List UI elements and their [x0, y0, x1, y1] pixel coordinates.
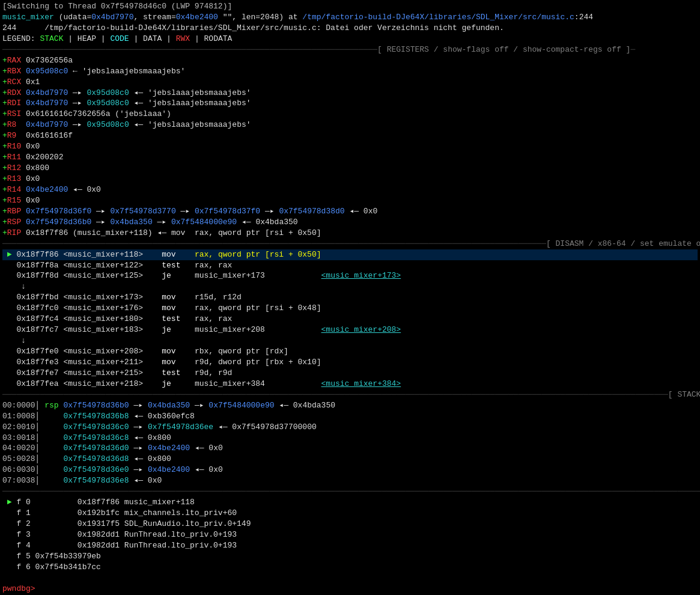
music-mixer-line: music_mixer (udata=0x4bd7970, stream=0x4… [2, 12, 698, 23]
bt-line-1: f 1 0x192b1fc mix_channels.lto_priv+60 [2, 508, 698, 519]
stack-line-3: 03:0018│ 0x7f54978d36c8 ◂— 0x800 [2, 433, 698, 444]
reg-rcx: +RCX 0x1 [2, 77, 698, 88]
stack-divider: ────────────────────────────────────────… [2, 389, 698, 400]
disasm-line-1: 0x18f7f8a <music_mixer+122> test rax, ra… [2, 260, 698, 271]
reg-r9: +R9 0x6161616f [2, 130, 698, 141]
disasm-line-6: 0x18f7fc7 <music_mixer+183> je music_mix… [2, 325, 698, 335]
legend-line: LEGEND: STACK | HEAP | CODE | DATA | RWX… [2, 34, 698, 44]
bt-line-5: f 5 0x7f54b33979eb [2, 551, 698, 562]
disasm-arrow-1: ↓ [2, 335, 698, 346]
empty-line [2, 573, 698, 584]
stack-line-7: 07:0038│ 0x7f54978d36e8 ◂— 0x0 [2, 475, 698, 486]
disasm-line-3: 0x18f7fbd <music_mixer+173> mov r15d, r1… [2, 292, 698, 303]
reg-r14: +R14 0x4be2400 ◂— 0x0 [2, 185, 698, 195]
disasm-line-10: 0x18f7fea <music_mixer+218> je music_mix… [2, 379, 698, 389]
reg-r12: +R12 0x800 [2, 163, 698, 174]
file-not-found-line: 244 /tmp/factorio-build-DJe64X/libraries… [2, 23, 698, 34]
reg-r15: +R15 0x0 [2, 195, 698, 206]
disasm-arrow-0: ↓ [2, 281, 698, 292]
stack-line-1: 01:0008│ 0x7f54978d36b8 ◂— 0xb360efc8 [2, 411, 698, 422]
reg-rbp: +RBP 0x7f54978d36f0 —▸ 0x7f54978d3770 —▸… [2, 206, 698, 217]
stack-line-0: 00:0000│ rsp 0x7f54978d36b0 —▸ 0x4bda350… [2, 400, 698, 411]
registers-divider: ────────────────────────────────────────… [2, 44, 698, 55]
bt-line-2: f 2 0x19317f5 SDL_RunAudio.lto_priv.0+14… [2, 519, 698, 529]
prompt-line[interactable]: pwndbg> [2, 584, 698, 594]
stack-line-5: 05:0028│ 0x7f54978d36d8 ◂— 0x800 [2, 454, 698, 465]
reg-rsp: +RSP 0x7f54978d36b0 —▸ 0x4bda350 —▸ 0x7f… [2, 217, 698, 228]
disasm-line-8: 0x18f7fe3 <music_mixer+211> mov r9d, dwo… [2, 357, 698, 368]
reg-r13: +R13 0x0 [2, 174, 698, 185]
terminal: [Switching to Thread 0x7f54978d46c0 (LWP… [0, 0, 700, 595]
reg-r8: +R8 0x4bd7970 —▸ 0x95d08c0 ◂— 'jebslaaaj… [2, 120, 698, 130]
switching-line: [Switching to Thread 0x7f54978d46c0 (LWP… [2, 1, 698, 12]
disasm-line-4: 0x18f7fc0 <music_mixer+176> mov rax, qwo… [2, 303, 698, 314]
bt-line-3: f 3 0x1982dd1 RunThread.lto_priv.0+193 [2, 529, 698, 540]
disasm-line-0: ► 0x18f7f86 <music_mixer+118> mov rax, q… [2, 249, 698, 260]
bt-line-0: ► f 0 0x18f7f86 music_mixer+118 [2, 497, 698, 508]
stack-line-6: 06:0030│ 0x7f54978d36e0 —▸ 0x4be2400 ◂— … [2, 465, 698, 475]
backtrace-divider: ────────────────────────────────────────… [2, 486, 698, 497]
reg-rax: +RAX 0x7362656a [2, 55, 698, 66]
disasm-divider: ────────────────────────────────────────… [2, 239, 698, 249]
disasm-line-9: 0x18f7fe7 <music_mixer+215> test r9d, r9… [2, 368, 698, 379]
disasm-line-2: 0x18f7f8d <music_mixer+125> je music_mix… [2, 270, 698, 281]
reg-rdi: +RDI 0x4bd7970 —▸ 0x95d08c0 ◂— 'jebslaaa… [2, 98, 698, 109]
reg-r11: +R11 0x200202 [2, 152, 698, 163]
reg-rdx: +RDX 0x4bd7970 —▸ 0x95d08c0 ◂— 'jebslaaa… [2, 88, 698, 99]
reg-rsi: +RSI 0x6161616c7362656a ('jebslaaa') [2, 109, 698, 120]
reg-rbx: +RBX 0x95d08c0 ← 'jebslaaajebsmaaajebs' [2, 66, 698, 77]
reg-r10: +R10 0x0 [2, 141, 698, 152]
disasm-line-5: 0x18f7fc4 <music_mixer+180> test rax, ra… [2, 314, 698, 325]
bt-line-6: f 6 0x7f54b341b7cc [2, 562, 698, 573]
stack-line-4: 04:0020│ 0x7f54978d36d0 —▸ 0x4be2400 ◂— … [2, 443, 698, 454]
reg-rip: +RIP 0x18f7f86 (music_mixer+118) ◂— mov … [2, 228, 698, 239]
disasm-line-7: 0x18f7fe0 <music_mixer+208> mov rbx, qwo… [2, 346, 698, 357]
stack-line-2: 02:0010│ 0x7f54978d36c0 —▸ 0x7f54978d36e… [2, 422, 698, 433]
bt-line-4: f 4 0x1982dd1 RunThread.lto_priv.0+193 [2, 540, 698, 551]
